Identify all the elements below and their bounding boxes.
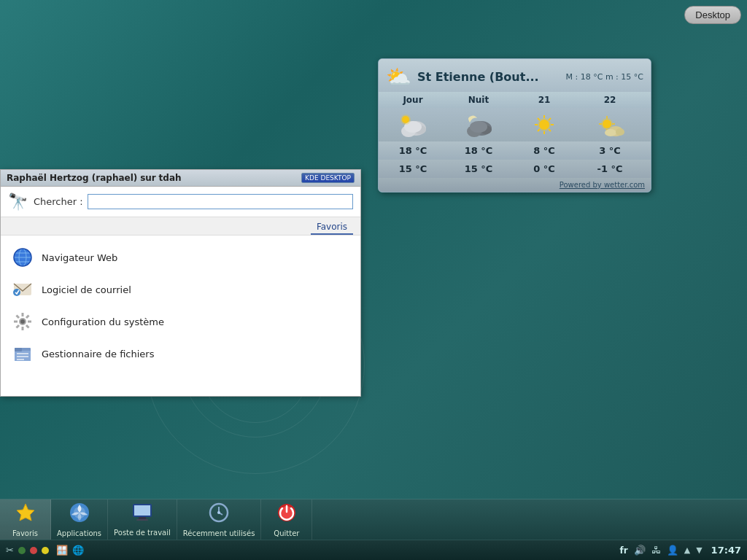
tray-arrow-up: ▲ xyxy=(684,545,690,555)
svg-rect-51 xyxy=(17,356,28,357)
taskbar-label-quit: Quitter xyxy=(274,529,299,537)
tray-lang: fr xyxy=(620,545,628,556)
launcher-item-files[interactable]: Gestionnaire de fichiers xyxy=(1,338,360,370)
launcher-items: Navigateur Web Logiciel de courriel xyxy=(1,236,360,396)
weather-col-21: 21 xyxy=(511,95,577,105)
launcher-user-info: Raphaël Hertzog (raphael) sur tdah xyxy=(7,173,182,183)
tray-time: 17:47 xyxy=(711,545,741,556)
tray-scissors-icon[interactable]: ✂ xyxy=(6,545,14,556)
taskbar-label-recent: Récemment utilisés xyxy=(183,529,255,537)
taskbar: Favoris Applications Poste de travail xyxy=(0,499,747,540)
svg-point-36 xyxy=(13,289,20,296)
launcher-item-files-label: Gestionnaire de fichiers xyxy=(42,349,154,359)
tray-dot3 xyxy=(42,547,49,554)
tray-volume-icon[interactable]: 🔊 xyxy=(634,545,646,556)
weather-icon-22 xyxy=(577,112,643,137)
launcher-on: sur xyxy=(140,173,156,183)
svg-point-9 xyxy=(470,121,487,133)
web-browser-icon xyxy=(11,246,34,269)
taskbar-item-applications[interactable]: Applications xyxy=(51,499,108,540)
weather-temp-range: M : 18 °C m : 15 °C xyxy=(566,72,643,82)
weather-max-nuit: 18 °C xyxy=(446,145,511,156)
tray-network-icon[interactable]: 🖧 xyxy=(651,545,661,556)
weather-city: St Etienne (Bout... xyxy=(417,70,566,84)
weather-header: ⛅ St Etienne (Bout... M : 18 °C m : 15 °… xyxy=(379,59,651,92)
quit-icon xyxy=(276,502,298,528)
svg-rect-58 xyxy=(139,517,146,519)
taskbar-item-quit[interactable]: Quitter xyxy=(261,499,312,540)
taskbar-label-applications: Applications xyxy=(57,529,101,537)
binoculars-icon: 🔭 xyxy=(8,192,28,211)
tray-dot2 xyxy=(30,547,37,554)
tray-kde-icon[interactable]: 🪟 xyxy=(56,545,68,556)
launcher-item-config[interactable]: Configuration du système xyxy=(1,306,360,338)
file-manager-icon xyxy=(11,342,34,365)
svg-line-18 xyxy=(549,118,551,120)
weather-widget: ⛅ St Etienne (Bout... M : 18 °C m : 15 °… xyxy=(378,58,651,192)
tray-user-icon[interactable]: 👤 xyxy=(667,545,678,556)
weather-min-row: 15 °C 15 °C 0 °C -1 °C xyxy=(379,160,651,178)
weather-col-22: 22 xyxy=(577,95,643,105)
weather-icons-row xyxy=(379,108,651,141)
weather-icon-jour xyxy=(380,112,446,137)
svg-line-19 xyxy=(538,129,540,131)
tray-globe-icon[interactable]: 🌐 xyxy=(72,545,84,556)
launcher-item-mail-label: Logiciel de courriel xyxy=(42,284,131,295)
taskbar-item-poste[interactable]: Poste de travail xyxy=(108,499,177,540)
weather-min-22: -1 °C xyxy=(577,163,643,174)
launcher-username: Raphaël Hertzog (raphael) xyxy=(7,173,137,183)
weather-icon-nuit xyxy=(446,112,511,137)
favoris-icon xyxy=(15,502,36,528)
kde-badge: KDE DESKTOP xyxy=(301,173,355,183)
launcher-item-web[interactable]: Navigateur Web xyxy=(1,241,360,273)
svg-marker-53 xyxy=(17,504,34,521)
svg-rect-52 xyxy=(17,359,24,360)
weather-max-22: 3 °C xyxy=(577,145,643,156)
svg-line-16 xyxy=(538,118,540,120)
svg-point-63 xyxy=(217,511,220,514)
app-launcher: Raphaël Hertzog (raphael) sur tdah KDE D… xyxy=(0,169,361,397)
svg-point-11 xyxy=(539,120,549,130)
tray-arrow-down: ▼ xyxy=(696,545,702,555)
launcher-item-web-label: Navigateur Web xyxy=(42,252,117,263)
launcher-item-config-label: Configuration du système xyxy=(42,316,164,327)
svg-line-43 xyxy=(17,316,20,319)
system-config-icon xyxy=(11,310,34,333)
taskbar-item-recent[interactable]: Récemment utilisés xyxy=(177,499,262,540)
svg-rect-50 xyxy=(17,353,28,354)
search-label: Chercher : xyxy=(34,196,83,207)
weather-powered-by[interactable]: Powered by wetter.com xyxy=(379,178,651,192)
weather-col-headers: Jour Nuit 21 22 xyxy=(379,92,651,108)
svg-point-38 xyxy=(20,319,25,324)
poste-travail-icon xyxy=(131,502,153,527)
weather-max-jour: 18 °C xyxy=(380,145,446,156)
weather-min-21: 0 °C xyxy=(511,163,577,174)
svg-rect-59 xyxy=(136,519,148,521)
weather-icon-21 xyxy=(511,112,577,137)
taskbar-item-favoris[interactable]: Favoris xyxy=(0,499,51,540)
tab-favoris[interactable]: Favoris xyxy=(311,220,353,235)
weather-cloud-icon: ⛅ xyxy=(386,65,411,89)
desktop-button[interactable]: Desktop xyxy=(684,6,741,24)
svg-line-17 xyxy=(549,129,551,131)
svg-rect-49 xyxy=(15,348,22,351)
svg-point-27 xyxy=(605,129,616,136)
email-icon xyxy=(11,278,34,301)
svg-point-28 xyxy=(616,128,624,136)
launcher-machine: tdah xyxy=(159,173,182,183)
launcher-item-mail[interactable]: Logiciel de courriel xyxy=(1,273,360,306)
weather-max-row: 18 °C 18 °C 8 °C 3 °C xyxy=(379,141,651,160)
svg-point-21 xyxy=(603,120,611,128)
system-tray-bar: ✂ 🪟 🌐 fr 🔊 🖧 👤 ▲ ▼ 17:47 xyxy=(0,540,747,560)
launcher-tabs: Favoris xyxy=(1,217,360,236)
recent-icon xyxy=(208,502,230,528)
taskbar-label-favoris: Favoris xyxy=(12,529,38,537)
applications-icon xyxy=(69,502,90,528)
svg-line-46 xyxy=(17,325,20,328)
weather-max-21: 8 °C xyxy=(511,145,577,156)
search-input[interactable] xyxy=(88,194,353,209)
launcher-titlebar: Raphaël Hertzog (raphael) sur tdah KDE D… xyxy=(1,170,360,187)
svg-rect-57 xyxy=(134,505,150,516)
svg-line-45 xyxy=(26,316,29,319)
svg-line-44 xyxy=(26,325,29,328)
